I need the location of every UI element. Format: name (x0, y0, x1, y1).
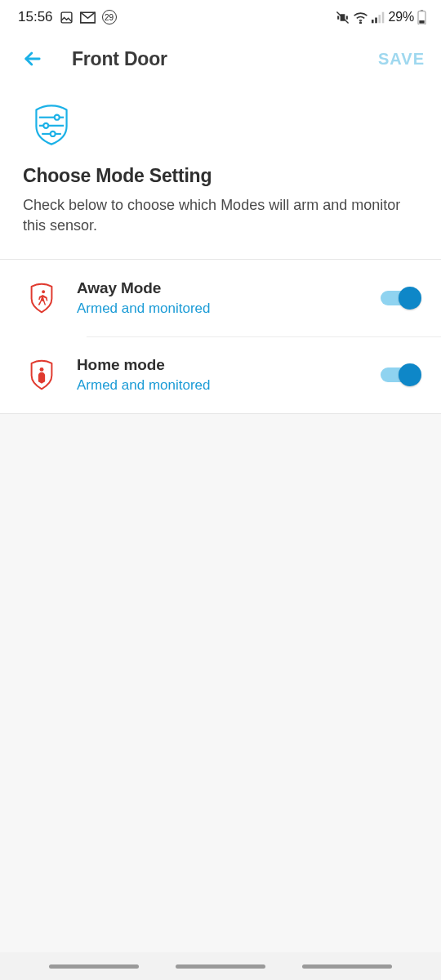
cell-signal-icon (372, 11, 385, 24)
status-time: 15:56 (18, 9, 53, 25)
mode-title: Away Mode (77, 279, 359, 297)
mail-icon (80, 11, 96, 24)
wifi-icon (353, 11, 368, 24)
home-mode-icon (28, 359, 56, 390)
image-icon (60, 11, 74, 24)
mode-settings-shield-icon (29, 103, 74, 147)
svg-rect-7 (421, 10, 424, 11)
svg-point-15 (42, 290, 45, 293)
nav-back[interactable] (302, 964, 392, 969)
svg-point-1 (359, 22, 361, 24)
back-button[interactable] (16, 42, 49, 75)
status-left: 15:56 29 (18, 9, 117, 25)
toggle-thumb (399, 363, 421, 386)
notification-badge-icon: 29 (102, 10, 117, 24)
nav-recents[interactable] (49, 964, 139, 969)
empty-area (0, 414, 441, 952)
vibrate-mute-icon (336, 11, 350, 24)
status-right: 29% (336, 10, 426, 24)
system-nav-bar (0, 952, 441, 980)
toggle-thumb (399, 287, 421, 310)
away-mode-toggle[interactable] (381, 285, 421, 311)
svg-point-16 (40, 368, 44, 372)
mode-text: Away Mode Armed and monitored (77, 279, 359, 317)
intro-section: Choose Mode Setting Check below to choos… (0, 83, 441, 259)
svg-rect-8 (419, 20, 424, 24)
battery-icon (417, 10, 426, 24)
home-mode-toggle[interactable] (381, 362, 421, 388)
mode-text: Home mode Armed and monitored (77, 356, 359, 394)
svg-point-14 (51, 131, 56, 136)
save-button[interactable]: SAVE (373, 43, 430, 75)
nav-home[interactable] (176, 964, 265, 969)
arrow-left-icon (21, 47, 44, 70)
svg-point-12 (55, 115, 60, 120)
svg-rect-0 (61, 12, 72, 23)
status-bar: 15:56 29 29% (0, 0, 441, 34)
mode-row-home: Home mode Armed and monitored (0, 336, 441, 413)
mode-subtitle: Armed and monitored (77, 377, 359, 394)
intro-description: Check below to choose which Modes will a… (23, 195, 418, 236)
app-bar: Front Door SAVE (0, 34, 441, 83)
mode-title: Home mode (77, 356, 359, 374)
svg-point-13 (43, 123, 48, 128)
mode-list: Away Mode Armed and monitored Home mode … (0, 259, 441, 414)
mode-row-away: Away Mode Armed and monitored (0, 260, 441, 336)
svg-rect-3 (375, 17, 377, 23)
mode-subtitle: Armed and monitored (77, 301, 359, 317)
intro-title: Choose Mode Setting (23, 165, 418, 187)
battery-percentage: 29% (389, 10, 414, 24)
svg-rect-4 (378, 15, 381, 23)
page-title: Front Door (72, 48, 350, 70)
svg-rect-5 (381, 11, 384, 23)
away-mode-icon (28, 283, 56, 314)
badge-count: 29 (105, 13, 114, 22)
svg-rect-2 (372, 20, 374, 23)
